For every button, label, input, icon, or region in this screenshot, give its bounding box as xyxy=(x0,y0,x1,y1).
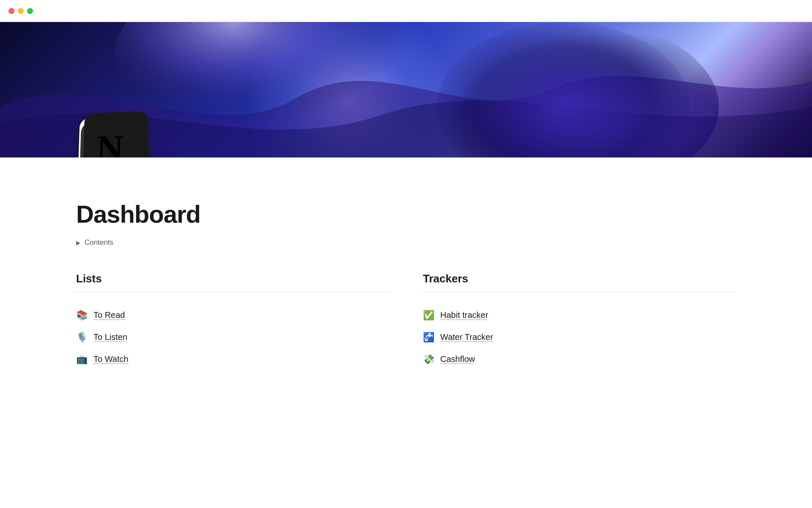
habit-tracker-icon: ✅ xyxy=(423,311,434,320)
lists-heading: Lists xyxy=(76,272,389,285)
lists-column: Lists 📚 To Read 🎙️ To Listen 📺 To Watch xyxy=(76,272,389,370)
minimize-button[interactable] xyxy=(18,8,24,14)
list-item-to-watch[interactable]: 📺 To Watch xyxy=(76,348,389,370)
lists-divider xyxy=(76,292,389,293)
to-listen-label: To Listen xyxy=(93,332,127,342)
main-content: Dashboard ▶ Contents Lists 📚 To Read 🎙️ … xyxy=(0,157,812,404)
list-item-cashflow[interactable]: 💸 Cashflow xyxy=(423,348,736,370)
close-button[interactable] xyxy=(8,8,14,14)
columns-container: Lists 📚 To Read 🎙️ To Listen 📺 To Watch … xyxy=(76,272,736,370)
water-tracker-label: Water Tracker xyxy=(440,332,493,342)
traffic-lights xyxy=(8,8,33,14)
hero-banner: N xyxy=(0,22,812,157)
to-listen-icon: 🎙️ xyxy=(76,333,88,342)
contents-label: Contents xyxy=(85,238,113,247)
page-title: Dashboard xyxy=(76,200,736,228)
toggle-arrow-icon: ▶ xyxy=(76,240,80,246)
notion-logo: N xyxy=(77,115,145,157)
list-item-water-tracker[interactable]: 🚰 Water Tracker xyxy=(423,326,736,348)
cashflow-label: Cashflow xyxy=(440,354,475,364)
habit-tracker-label: Habit tracker xyxy=(440,310,488,320)
maximize-button[interactable] xyxy=(27,8,33,14)
notion-logo-letter: N xyxy=(96,130,123,157)
window-chrome xyxy=(0,0,812,22)
list-item-habit-tracker[interactable]: ✅ Habit tracker xyxy=(423,304,736,326)
contents-toggle[interactable]: ▶ Contents xyxy=(76,238,736,247)
to-read-label: To Read xyxy=(93,310,125,320)
list-item-to-listen[interactable]: 🎙️ To Listen xyxy=(76,326,389,348)
to-watch-label: To Watch xyxy=(93,354,129,364)
notion-logo-container: N xyxy=(76,115,144,157)
trackers-column: Trackers ✅ Habit tracker 🚰 Water Tracker… xyxy=(423,272,736,370)
cashflow-icon: 💸 xyxy=(423,355,434,364)
list-item-to-read[interactable]: 📚 To Read xyxy=(76,304,389,326)
water-tracker-icon: 🚰 xyxy=(423,333,434,342)
svg-point-1 xyxy=(381,22,719,157)
trackers-heading: Trackers xyxy=(423,272,736,285)
to-watch-icon: 📺 xyxy=(76,355,88,364)
trackers-divider xyxy=(423,292,736,293)
to-read-icon: 📚 xyxy=(76,311,88,320)
